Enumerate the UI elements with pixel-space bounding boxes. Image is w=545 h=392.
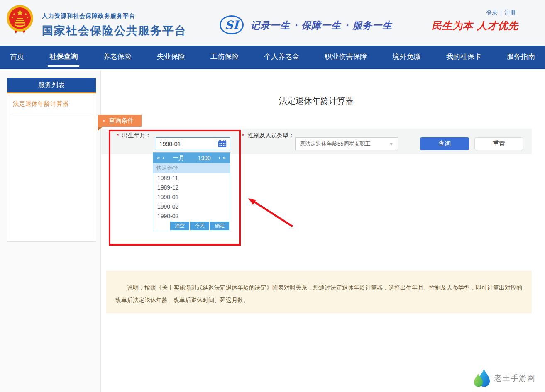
waterdrop-logo-icon <box>473 368 491 388</box>
sidebar-divider <box>11 114 92 114</box>
brand-text: 人力资源和社会保障政务服务平台 国家社会保险公共服务平台 <box>42 12 186 38</box>
page-title: 法定退休年龄计算器 <box>101 95 532 107</box>
nav-item-2[interactable]: 养老保险 <box>103 52 131 61</box>
query-conditions-tag: • 查询条件 <box>98 115 142 127</box>
bullet-icon: • <box>103 118 105 124</box>
birth-month-label: 出生年月： <box>122 132 151 139</box>
next-year-icon[interactable]: » <box>222 155 227 161</box>
page: 人力资源和社会保障政务服务平台 国家社会保险公共服务平台 SI 记录一生 · 保… <box>0 0 545 392</box>
nav-item-7[interactable]: 境外免缴 <box>393 52 421 61</box>
datepicker-footer: 清空 今天 确定 <box>153 221 230 231</box>
datepicker: « ‹ 一月 1990 › » 快速选择 1989-111989-121990-… <box>153 152 230 231</box>
left-column: 服务列表 法定退休年龄计算器 <box>0 71 101 392</box>
watermark-text: 老王手游网 <box>494 373 535 384</box>
top-header: 人力资源和社会保障政务服务平台 国家社会保险公共服务平台 SI 记录一生 · 保… <box>0 0 545 46</box>
nav-item-1[interactable]: 社保查询 <box>49 52 78 61</box>
datepicker-confirm-button[interactable]: 确定 <box>210 222 229 230</box>
prev-month-icon[interactable]: ‹ <box>161 155 165 161</box>
notice-box: 说明：按照《关于实施渐进式延迟法定退休年龄的决定》附表对照关系，您通过法定退休年… <box>106 271 532 313</box>
auth-separator: | <box>500 9 502 16</box>
next-month-icon[interactable]: › <box>217 155 221 161</box>
datepicker-today-button[interactable]: 今天 <box>190 222 209 230</box>
notice-text: 说明：按照《关于实施渐进式延迟法定退休年龄的决定》附表对照关系，您通过法定退休年… <box>106 271 532 306</box>
birth-month-value: 1990-01 <box>159 141 181 147</box>
datepicker-option[interactable]: 1990-03 <box>153 211 230 221</box>
datepicker-year[interactable]: 1990 <box>191 155 217 161</box>
datepicker-option[interactable]: 1990-01 <box>153 192 230 202</box>
datepicker-option[interactable]: 1989-12 <box>153 183 230 192</box>
slogan-blue: 记录一生 · 保障一生 · 服务一生 <box>250 19 392 32</box>
slogan-red: 民生为本 人才优先 <box>432 19 518 32</box>
datepicker-option[interactable]: 1989-11 <box>153 173 230 183</box>
person-type-label: 性别及人员类型： <box>248 132 294 139</box>
nav-item-5[interactable]: 个人养老金 <box>264 52 299 61</box>
datepicker-header: « ‹ 一月 1990 › » <box>153 153 230 163</box>
required-mark: * <box>117 132 119 139</box>
reset-button[interactable]: 重置 <box>474 137 523 150</box>
text-caret <box>181 141 181 147</box>
platform-title: 国家社会保险公共服务平台 <box>42 23 186 38</box>
query-tag-label: 查询条件 <box>109 117 134 125</box>
required-mark: * <box>242 132 244 139</box>
query-button[interactable]: 查询 <box>420 137 469 150</box>
watermark: 老王手游网 <box>473 368 535 388</box>
chevron-down-icon: ▼ <box>389 141 393 146</box>
query-form: * 出生年月： 1990-01 * 性别及人员类型： 原法定退休年龄55周岁女职… <box>101 129 532 154</box>
person-type-select[interactable]: 原法定退休年龄55周岁女职工 ▼ <box>295 137 398 150</box>
register-link[interactable]: 注册 <box>504 9 516 16</box>
nav-item-8[interactable]: 我的社保卡 <box>446 52 481 61</box>
person-type-value: 原法定退休年龄55周岁女职工 <box>300 140 370 148</box>
nav-item-0[interactable]: 首页 <box>10 52 24 61</box>
sidebar-item-retirement-calculator[interactable]: 法定退休年龄计算器 <box>7 93 96 114</box>
datepicker-option[interactable]: 1990-02 <box>153 202 230 211</box>
nav-item-6[interactable]: 职业伤害保障 <box>325 52 367 61</box>
main-nav: 首页社保查询养老保险失业保险工伤保险个人养老金职业伤害保障境外免缴我的社保卡服务… <box>0 46 545 69</box>
datepicker-options: 1989-111989-121990-011990-021990-03 <box>153 173 230 221</box>
nav-item-9[interactable]: 服务指南 <box>507 52 535 61</box>
datepicker-month[interactable]: 一月 <box>166 154 191 162</box>
datepicker-clear-button[interactable]: 清空 <box>170 222 189 230</box>
nav-item-3[interactable]: 失业保险 <box>157 52 185 61</box>
nav-item-4[interactable]: 工伤保险 <box>210 52 239 61</box>
sidebar-header: 服务列表 <box>7 78 96 93</box>
auth-links: 登录|注册 <box>486 9 516 17</box>
datepicker-quick-select[interactable]: 快速选择 <box>153 163 230 173</box>
prev-year-icon[interactable]: « <box>156 155 161 161</box>
calendar-icon[interactable] <box>218 140 227 148</box>
si-logo-icon: SI <box>220 15 244 34</box>
annotation-arrow-icon <box>245 194 299 231</box>
sidebar: 服务列表 法定退休年龄计算器 <box>7 78 96 242</box>
birth-month-input[interactable]: 1990-01 <box>156 137 230 150</box>
national-emblem-icon <box>6 5 34 34</box>
platform-subtitle: 人力资源和社会保障政务服务平台 <box>42 12 186 20</box>
login-link[interactable]: 登录 <box>486 9 498 16</box>
